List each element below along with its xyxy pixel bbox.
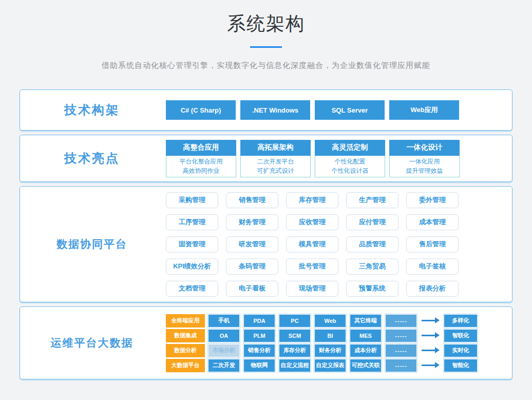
bigdata-chip[interactable]: 库存分析 <box>279 344 310 357</box>
section-label-tech-stack: 技术构架 <box>20 102 164 118</box>
bigdata-chip[interactable]: 自定义流程 <box>279 359 310 372</box>
tech-button-web[interactable]: Web应用 <box>389 100 459 120</box>
bigdata-chip[interactable]: 可控式关联 <box>350 359 381 372</box>
tech-button-csharp[interactable]: C# (C Sharp) <box>166 100 236 120</box>
highlight-card-body: 平台化整合应用 高效协同作业 <box>166 156 236 177</box>
bigdata-result-badge: 智能化 <box>444 359 477 372</box>
section-label-platform: 数据协同平台 <box>20 237 164 251</box>
module-button-outsourcing[interactable]: 委外管理 <box>406 192 459 208</box>
module-button-process[interactable]: 工序管理 <box>166 214 218 230</box>
bigdata-category-button[interactable]: 数据集成 <box>166 329 205 342</box>
highlight-cards: 高整合应用 平台化整合应用 高效协同作业 高拓展架构 二次开发平台 可扩充式设计… <box>166 140 460 177</box>
highlight-card-title: 高整合应用 <box>166 140 236 156</box>
bigdata-chip[interactable]: MES <box>350 330 381 342</box>
highlight-card-body: 一体化应用 提升管理效益 <box>389 156 460 177</box>
highlight-card-title: 一体化设计 <box>389 140 460 156</box>
section-platform: 数据协同平台 采购管理 销售管理 库存管理 生产管理 委外管理 工序管理 财务管… <box>20 186 512 302</box>
module-button-batch[interactable]: 批号管理 <box>286 259 338 275</box>
module-button-finance[interactable]: 财务管理 <box>226 214 278 230</box>
module-button-fixed-assets[interactable]: 固资管理 <box>166 237 218 252</box>
highlight-line: 平台化整合应用 <box>166 157 236 166</box>
section-highlights: 技术亮点 高整合应用 平台化整合应用 高效协同作业 高拓展架构 二次开发平台 可… <box>20 135 512 182</box>
bigdata-category-button[interactable]: 数据分析 <box>166 344 205 357</box>
bigdata-row-platform: 大数据平台 二次开发 物联网 自定义流程 自定义报表 可控式关联 ----- 智… <box>166 359 478 372</box>
section-label-bigdata: 运维平台大数据 <box>20 336 164 350</box>
module-button-purchase[interactable]: 采购管理 <box>166 192 218 208</box>
bigdata-chip[interactable]: PDA <box>244 315 275 327</box>
module-button-payable[interactable]: 应付管理 <box>346 214 398 230</box>
module-button-quality[interactable]: 品质管理 <box>346 237 398 252</box>
module-button-triangle-trade[interactable]: 三角贸易 <box>346 259 398 275</box>
highlight-card: 高整合应用 平台化整合应用 高效协同作业 <box>166 140 236 177</box>
bigdata-result-badge: 实时化 <box>444 344 477 357</box>
module-button-cost[interactable]: 成本管理 <box>406 214 459 230</box>
module-grid: 采购管理 销售管理 库存管理 生产管理 委外管理 工序管理 财务管理 应收管理 … <box>166 192 459 297</box>
bigdata-chip[interactable]: 手机 <box>208 315 239 327</box>
arrow-right-icon <box>420 365 441 366</box>
module-button-mold[interactable]: 模具管理 <box>286 237 338 252</box>
page-header: 系统架构 借助系统自动化核心管理引擎，实现数字化与信息化深度融合，为企业数值化管… <box>0 0 532 70</box>
highlight-line: 个性化设计器 <box>315 166 385 175</box>
bigdata-chip[interactable]: 二次开发 <box>208 359 239 372</box>
module-button-receivable[interactable]: 应收管理 <box>286 214 338 230</box>
bigdata-chip[interactable]: 市场分析 <box>208 344 239 357</box>
highlight-card: 高灵活定制 个性化配置 个性化设计器 <box>315 140 385 177</box>
bigdata-result-badge: 智联化 <box>444 330 477 342</box>
bigdata-chip[interactable]: SCM <box>279 330 310 342</box>
module-button-barcode[interactable]: 条码管理 <box>226 259 278 275</box>
arrow-right-icon <box>420 350 441 351</box>
tech-button-sqlserver[interactable]: SQL Server <box>315 100 385 120</box>
tech-stack-buttons: C# (C Sharp) .NET Windows SQL Server Web… <box>166 100 459 120</box>
bigdata-rows: 全终端应用 手机 PDA PC Web 其它终端 ----- 多样化 数据集成 … <box>166 314 478 372</box>
module-button-esign[interactable]: 电子签核 <box>406 259 459 275</box>
bigdata-category-button[interactable]: 全终端应用 <box>166 314 205 328</box>
module-button-inventory[interactable]: 库存管理 <box>286 192 338 208</box>
section-bigdata: 运维平台大数据 全终端应用 手机 PDA PC Web 其它终端 ----- 多… <box>20 306 512 379</box>
bigdata-chip[interactable]: 销售分析 <box>244 344 275 357</box>
module-button-report[interactable]: 报表分析 <box>406 281 459 297</box>
highlight-card-body: 个性化配置 个性化设计器 <box>315 156 385 177</box>
module-button-alert[interactable]: 预警系统 <box>346 281 398 297</box>
bigdata-row-integration: 数据集成 OA PLM SCM BI MES ----- 智联化 <box>166 329 478 342</box>
page-subtitle: 借助系统自动化核心管理引擎，实现数字化与信息化深度融合，为企业数值化管理应用赋能 <box>0 61 532 70</box>
highlight-line: 个性化配置 <box>315 157 385 166</box>
highlight-line: 提升管理效益 <box>390 166 459 175</box>
arrow-right-icon <box>420 320 441 321</box>
bigdata-row-analysis: 数据分析 市场分析 销售分析 库存分析 财务分析 成本分析 ----- 实时化 <box>166 344 478 357</box>
bigdata-chip[interactable]: 自定义报表 <box>315 359 346 372</box>
bigdata-chip[interactable]: 物联网 <box>244 359 275 372</box>
tech-button-dotnet[interactable]: .NET Windows <box>240 100 310 120</box>
bigdata-result-badge: 多样化 <box>444 315 477 327</box>
module-button-eboard[interactable]: 电子看板 <box>226 281 278 297</box>
bigdata-category-button[interactable]: 大数据平台 <box>166 359 205 372</box>
bigdata-chip[interactable]: 成本分析 <box>350 344 381 357</box>
module-button-rnd[interactable]: 研发管理 <box>226 237 278 252</box>
module-button-production[interactable]: 生产管理 <box>346 192 398 208</box>
bigdata-chip-more: ----- <box>386 359 416 372</box>
sections-container: 技术构架 C# (C Sharp) .NET Windows SQL Serve… <box>20 89 512 379</box>
page-title: 系统架构 <box>0 11 532 37</box>
bigdata-chip[interactable]: Web <box>315 315 346 327</box>
module-button-document[interactable]: 文档管理 <box>166 281 218 297</box>
module-button-kpi[interactable]: KPI绩效分析 <box>166 259 218 275</box>
bigdata-chip-more: ----- <box>386 344 416 357</box>
bigdata-chip[interactable]: PLM <box>244 330 275 342</box>
bigdata-chip[interactable]: 财务分析 <box>315 344 346 357</box>
arrow-right-icon <box>420 335 441 336</box>
bigdata-chip[interactable]: OA <box>208 330 239 342</box>
highlight-line: 一体化应用 <box>390 157 459 166</box>
highlight-card: 高拓展架构 二次开发平台 可扩充式设计 <box>240 140 311 177</box>
bigdata-chip[interactable]: 其它终端 <box>350 315 381 327</box>
title-underline <box>250 46 282 48</box>
module-button-onsite[interactable]: 现场管理 <box>286 281 338 297</box>
bigdata-chip-more: ----- <box>386 330 416 342</box>
highlight-card: 一体化设计 一体化应用 提升管理效益 <box>389 140 460 177</box>
bigdata-chip[interactable]: PC <box>279 315 310 327</box>
highlight-card-title: 高灵活定制 <box>315 140 385 156</box>
bigdata-row-terminals: 全终端应用 手机 PDA PC Web 其它终端 ----- 多样化 <box>166 314 478 328</box>
highlight-line: 可扩充式设计 <box>241 166 310 175</box>
module-button-sales[interactable]: 销售管理 <box>226 192 278 208</box>
section-label-highlights: 技术亮点 <box>20 150 164 167</box>
bigdata-chip[interactable]: BI <box>315 330 346 342</box>
module-button-aftersales[interactable]: 售后管理 <box>406 237 459 252</box>
